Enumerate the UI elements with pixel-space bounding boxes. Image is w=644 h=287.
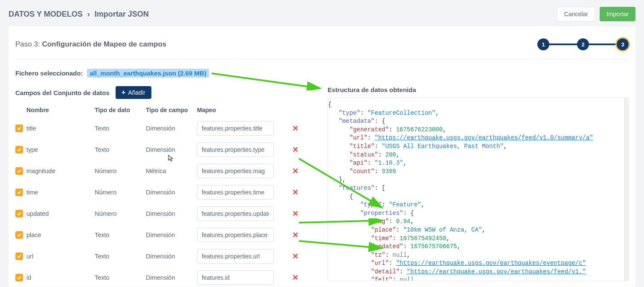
json-structure-viewer[interactable]: { "type": "FeatureCollection", "metadata… — [328, 98, 629, 281]
cancel-button[interactable]: Cancelar — [557, 7, 595, 21]
field-ftype: Dimensión — [146, 232, 197, 238]
col-header-dtype: Tipo de dato — [95, 107, 146, 113]
field-ftype: Dimensión — [146, 146, 197, 153]
breadcrumb: DATOS Y MODELOS › Importar JSON — [9, 10, 149, 19]
field-map-input[interactable] — [197, 249, 274, 264]
field-name: updated — [26, 210, 95, 217]
field-name: place — [26, 232, 95, 238]
step-2[interactable]: 2 — [577, 38, 589, 50]
field-row: urlTextoDimensión✕ — [15, 246, 322, 267]
fieldset-title: Campos del Conjunto de datos — [15, 89, 110, 96]
col-header-map: Mapeo — [197, 107, 287, 113]
add-field-button[interactable]: + Añadir — [116, 86, 151, 99]
delete-field-icon[interactable]: ✕ — [292, 188, 299, 197]
field-checkbox[interactable] — [15, 252, 23, 260]
field-ftype: Dimensión — [146, 125, 197, 132]
field-map-input[interactable] — [197, 206, 274, 221]
field-row: typeTextoDimensión✕ — [15, 139, 322, 160]
field-checkbox[interactable] — [15, 167, 23, 175]
field-ftype: Métrica — [146, 168, 197, 174]
field-row: updatedNúmeroDimensión✕ — [15, 203, 322, 224]
field-ftype: Dimensión — [146, 253, 197, 260]
field-ftype: Dimensión — [146, 189, 197, 196]
field-dtype: Texto — [95, 232, 146, 238]
field-checkbox[interactable] — [15, 231, 23, 239]
step-title: Paso 3: Configuración de Mapeo de campos — [15, 40, 166, 49]
file-selected-label: Fichero seleccionado: — [15, 70, 83, 77]
field-name: time — [26, 189, 95, 196]
chevron-right-icon: › — [87, 10, 90, 18]
field-row: titleTextoDimensión✕ — [15, 118, 322, 139]
step-3[interactable]: 3 — [617, 38, 629, 50]
delete-field-icon[interactable]: ✕ — [292, 252, 299, 261]
field-ftype: Dimensión — [146, 210, 197, 217]
plus-icon: + — [122, 89, 125, 96]
delete-field-icon[interactable]: ✕ — [292, 145, 299, 154]
field-row: timeNúmeroDimensión✕ — [15, 182, 322, 203]
field-name: type — [26, 146, 95, 153]
field-row: idTextoDimensión✕ — [15, 267, 322, 287]
breadcrumb-root[interactable]: DATOS Y MODELOS — [9, 10, 83, 18]
field-checkbox[interactable] — [15, 274, 23, 281]
col-header-name: Nombre — [26, 107, 95, 113]
delete-field-icon[interactable]: ✕ — [292, 231, 299, 239]
field-checkbox[interactable] — [15, 125, 23, 132]
import-button[interactable]: Importar — [600, 7, 635, 21]
field-map-input[interactable] — [197, 164, 274, 178]
field-name: title — [26, 125, 95, 132]
field-name: url — [26, 253, 95, 260]
delete-field-icon[interactable]: ✕ — [292, 209, 299, 218]
field-dtype: Texto — [95, 146, 146, 153]
delete-field-icon[interactable]: ✕ — [292, 124, 299, 133]
field-map-input[interactable] — [197, 228, 274, 242]
field-row: magnitudeNúmeroMétrica✕ — [15, 160, 322, 182]
structure-title: Estructura de datos obtenida — [328, 86, 629, 93]
field-ftype: Dimensión — [146, 274, 197, 281]
file-selected-name: all_month_earthquakes.json (2.69 MB) — [87, 69, 209, 78]
field-name: id — [26, 274, 95, 281]
delete-field-icon[interactable]: ✕ — [292, 273, 299, 282]
field-map-input[interactable] — [197, 142, 274, 157]
delete-field-icon[interactable]: ✕ — [292, 167, 299, 175]
field-dtype: Número — [95, 168, 146, 174]
field-checkbox[interactable] — [15, 210, 23, 217]
field-checkbox[interactable] — [15, 146, 23, 154]
field-row: placeTextoDimensión✕ — [15, 224, 322, 246]
field-map-input[interactable] — [197, 121, 274, 136]
stepper: 1 2 3 — [537, 38, 629, 50]
field-dtype: Número — [95, 189, 146, 196]
field-map-input[interactable] — [197, 270, 274, 285]
field-map-input[interactable] — [197, 185, 274, 200]
breadcrumb-current: Importar JSON — [95, 10, 149, 18]
field-checkbox[interactable] — [15, 188, 23, 196]
field-dtype: Texto — [95, 274, 146, 281]
field-dtype: Texto — [95, 125, 146, 132]
col-header-ftype: Tipo de campo — [146, 107, 197, 113]
field-name: magnitude — [26, 168, 95, 174]
field-dtype: Texto — [95, 253, 146, 260]
step-1[interactable]: 1 — [537, 38, 549, 50]
field-dtype: Número — [95, 210, 146, 217]
